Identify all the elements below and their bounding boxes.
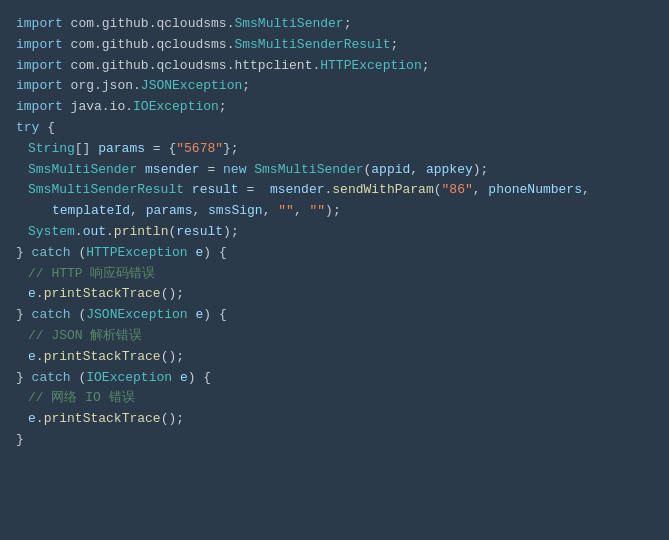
keyword-import: import xyxy=(16,97,63,118)
keyword-import: import xyxy=(16,76,63,97)
code-line-9: SmsMultiSenderResult result = msender.se… xyxy=(16,180,653,201)
code-line-5: import java.io.IOException; xyxy=(16,97,653,118)
code-line-20: e.printStackTrace(); xyxy=(16,409,653,430)
code-line-21: } xyxy=(16,430,653,451)
keyword-import: import xyxy=(16,56,63,77)
code-editor: import com.github.qcloudsms.SmsMultiSend… xyxy=(0,0,669,540)
code-line-18: } catch (IOException e) { xyxy=(16,368,653,389)
code-line-6: try { xyxy=(16,118,653,139)
code-line-1: import com.github.qcloudsms.SmsMultiSend… xyxy=(16,14,653,35)
code-line-15: } catch (JSONException e) { xyxy=(16,305,653,326)
code-line-7: String[] params = {"5678"}; xyxy=(16,139,653,160)
keyword-import: import xyxy=(16,14,63,35)
code-line-19: // 网络 IO 错误 xyxy=(16,388,653,409)
code-line-2: import com.github.qcloudsms.SmsMultiSend… xyxy=(16,35,653,56)
code-line-17: e.printStackTrace(); xyxy=(16,347,653,368)
code-line-8: SmsMultiSender msender = new SmsMultiSen… xyxy=(16,160,653,181)
code-line-12: } catch (HTTPException e) { xyxy=(16,243,653,264)
code-line-10: templateId, params, smsSign, "", ""); xyxy=(16,201,653,222)
code-line-3: import com.github.qcloudsms.httpclient.H… xyxy=(16,56,653,77)
code-line-4: import org.json.JSONException; xyxy=(16,76,653,97)
code-line-11: System.out.println(result); xyxy=(16,222,653,243)
code-line-14: e.printStackTrace(); xyxy=(16,284,653,305)
code-line-13: // HTTP 响应码错误 xyxy=(16,264,653,285)
keyword-import: import xyxy=(16,35,63,56)
keyword-try: try xyxy=(16,118,39,139)
code-line-16: // JSON 解析错误 xyxy=(16,326,653,347)
